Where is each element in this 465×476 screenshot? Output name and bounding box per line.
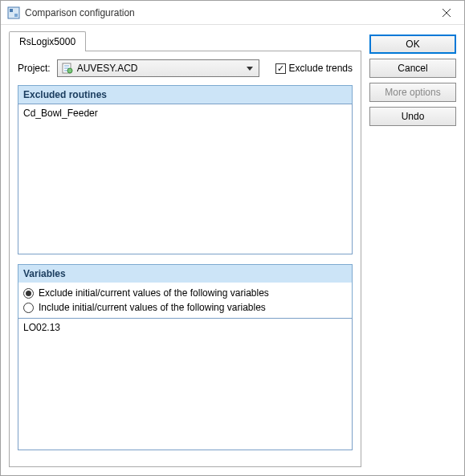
more-options-button[interactable]: More options (369, 83, 456, 102)
variables-radio-group: Exclude initial/current values of the fo… (18, 283, 353, 318)
undo-button[interactable]: Undo (369, 107, 456, 126)
exclude-trends-checkbox[interactable]: ✓ Exclude trends (275, 63, 353, 74)
close-icon (443, 9, 451, 17)
radio-exclude-label: Exclude initial/current values of the fo… (39, 287, 269, 299)
svg-rect-1 (10, 9, 13, 12)
list-item[interactable]: Cd_Bowl_Feeder (23, 108, 347, 119)
exclude-trends-label: Exclude trends (289, 63, 353, 74)
radio-include[interactable]: Include initial/current values of the fo… (23, 302, 347, 313)
dialog-window: Comparison configuration RsLogix5000 Pro… (0, 0, 465, 476)
list-item[interactable]: LO02.13 (23, 322, 347, 333)
project-combo[interactable]: AUVESY.ACD (57, 59, 259, 77)
radio-icon (23, 303, 34, 313)
variables-list[interactable]: LO02.13 (18, 318, 353, 450)
file-icon (61, 62, 74, 75)
svg-point-6 (67, 68, 72, 73)
main-column: RsLogix5000 Project: AUVESY.ACD (9, 31, 361, 467)
chevron-down-icon (244, 67, 255, 71)
dialog-body: RsLogix5000 Project: AUVESY.ACD (1, 25, 464, 475)
excluded-routines-list[interactable]: Cd_Bowl_Feeder (18, 104, 353, 254)
tab-strip: RsLogix5000 (9, 31, 361, 51)
button-column: OK Cancel More options Undo (369, 31, 456, 467)
project-label: Project: (18, 63, 51, 74)
project-row: Project: AUVESY.ACD (18, 59, 353, 77)
project-value: AUVESY.ACD (77, 63, 244, 74)
cancel-button[interactable]: Cancel (369, 59, 456, 78)
app-icon (7, 6, 20, 19)
excluded-routines-header: Excluded routines (18, 85, 353, 104)
variables-header: Variables (18, 264, 353, 283)
tab-panel: Project: AUVESY.ACD (9, 51, 361, 467)
radio-icon (23, 288, 34, 299)
check-icon: ✓ (275, 63, 286, 74)
close-button[interactable] (428, 1, 464, 25)
dialog-title: Comparison configuration (25, 7, 428, 18)
titlebar: Comparison configuration (1, 1, 464, 25)
svg-rect-2 (14, 14, 18, 17)
radio-include-label: Include initial/current values of the fo… (39, 302, 266, 313)
tab-rslogix5000[interactable]: RsLogix5000 (9, 31, 86, 51)
ok-button[interactable]: OK (369, 35, 456, 54)
radio-exclude[interactable]: Exclude initial/current values of the fo… (23, 287, 347, 299)
